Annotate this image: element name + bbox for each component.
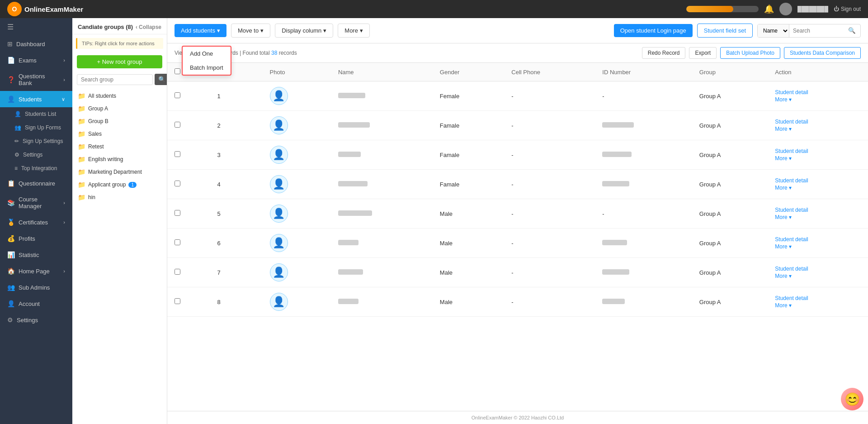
- open-login-page-button[interactable]: Open student Login page: [614, 24, 693, 37]
- bell-icon[interactable]: 🔔: [764, 4, 774, 14]
- sidebar-item-sub-admins[interactable]: 👥 Sub Admins: [0, 279, 72, 295]
- row-checkbox[interactable]: [175, 92, 180, 98]
- cell-phone: -: [504, 140, 595, 170]
- list-item[interactable]: 📁 Applicant group 1: [72, 178, 167, 191]
- list-item[interactable]: 📁 Retest: [72, 140, 167, 153]
- list-item[interactable]: 📁 Group A: [72, 102, 167, 115]
- more-action-link[interactable]: More ▾: [775, 214, 792, 220]
- more-action-link[interactable]: More ▾: [775, 302, 792, 309]
- student-detail-link[interactable]: Student detail: [775, 295, 808, 301]
- student-detail-link[interactable]: Student detail: [775, 148, 808, 154]
- chevron-right-icon: ›: [63, 219, 65, 225]
- cell-group: Group A: [692, 229, 768, 258]
- sidebar-item-course-manager[interactable]: 📚 Course Manager ›: [0, 191, 72, 214]
- cell-action: Student detail More ▾: [768, 287, 868, 317]
- col-cell-phone: Cell Phone: [504, 63, 595, 81]
- sidebar-sub-item-students-list[interactable]: 👤 Students List: [0, 107, 72, 121]
- list-item[interactable]: 📁 hin: [72, 191, 167, 204]
- add-students-button[interactable]: Add students ▾: [175, 24, 226, 37]
- avatar: 👤: [270, 175, 288, 193]
- list-item[interactable]: 📁 Group B: [72, 115, 167, 128]
- sidebar-item-account[interactable]: 👤 Account: [0, 295, 72, 312]
- table-row: 2👤Famale-Group A Student detail More ▾: [167, 111, 868, 140]
- student-detail-link[interactable]: Student detail: [775, 236, 808, 243]
- more-action-link[interactable]: More ▾: [775, 96, 792, 103]
- group-search-input[interactable]: [77, 74, 153, 85]
- avatar: 👤: [270, 293, 288, 311]
- action-cell: Student detail More ▾: [775, 89, 861, 103]
- sidebar-item-settings[interactable]: ⚙ Settings: [0, 312, 72, 328]
- cell-group: Group A: [692, 258, 768, 287]
- sidebar-item-dashboard[interactable]: ⊞ Dashboard: [0, 36, 72, 52]
- search-box: Name 🔍: [757, 24, 861, 38]
- profits-icon: 💰: [7, 235, 15, 242]
- sign-out-button[interactable]: ⏻ Sign out: [834, 6, 861, 12]
- select-all-checkbox[interactable]: [175, 68, 180, 74]
- redo-record-button[interactable]: Redo Record: [642, 47, 686, 59]
- students-data-comparison-button[interactable]: Students Data Comparison: [784, 47, 861, 59]
- sidebar-item-home-page[interactable]: 🏠 Home Page ›: [0, 263, 72, 279]
- row-checkbox[interactable]: [175, 239, 180, 245]
- more-action-link[interactable]: More ▾: [775, 126, 792, 132]
- sidebar-item-exams[interactable]: 📄 Exams ›: [0, 52, 72, 68]
- sidebar-item-students[interactable]: 👤 Students ∨: [0, 91, 72, 107]
- row-checkbox[interactable]: [175, 269, 180, 275]
- sidebar-sub-item-sign-up-forms[interactable]: 👥 Sign Up Forms: [0, 121, 72, 134]
- groups-title: Candiate groups (8): [78, 24, 133, 30]
- search-input[interactable]: [789, 25, 844, 37]
- sidebar-item-questions-bank[interactable]: ❓ Questions Bank ›: [0, 68, 72, 91]
- display-column-button[interactable]: Display column ▾: [275, 24, 333, 38]
- cell-phone: -: [504, 287, 595, 317]
- more-action-link[interactable]: More ▾: [775, 185, 792, 191]
- sidebar-item-questionnaire[interactable]: 📋 Questionnaire: [0, 175, 72, 191]
- sidebar-sub-item-settings[interactable]: ⚙ Settings: [0, 148, 72, 162]
- list-item[interactable]: 📁 Sales: [72, 128, 167, 140]
- move-to-button[interactable]: Move to ▾: [231, 24, 270, 38]
- row-checkbox[interactable]: [175, 181, 180, 186]
- export-button[interactable]: Export: [689, 47, 717, 59]
- row-checkbox[interactable]: [175, 151, 180, 157]
- student-detail-link[interactable]: Student detail: [775, 177, 808, 184]
- student-detail-link[interactable]: Student detail: [775, 119, 808, 125]
- cell-group: Group A: [692, 287, 768, 317]
- cell-gender: Female: [433, 81, 504, 111]
- group-search-button[interactable]: 🔍: [155, 74, 167, 85]
- chevron-right-icon: ›: [63, 57, 65, 63]
- student-detail-link[interactable]: Student detail: [775, 207, 808, 213]
- list-item[interactable]: 📁 Engilsh writing: [72, 153, 167, 166]
- cell-no: 8: [210, 287, 263, 317]
- sidebar-item-certificates[interactable]: 🏅 Certificates ›: [0, 214, 72, 230]
- blurred-name: [338, 269, 363, 275]
- student-detail-link[interactable]: Student detail: [775, 89, 808, 95]
- table-header-row: NO. Photo Name Gender Cell Phone ID Numb…: [167, 63, 868, 81]
- list-item[interactable]: 📁 All students: [72, 90, 167, 102]
- sidebar-sub-item-sign-up-settings[interactable]: ✏ Sign Up Settings: [0, 134, 72, 148]
- more-action-link[interactable]: More ▾: [775, 243, 792, 250]
- batch-import-menu-item[interactable]: Batch Import: [183, 61, 231, 75]
- row-checkbox[interactable]: [175, 298, 180, 304]
- new-root-group-button[interactable]: + New root group: [77, 55, 162, 68]
- more-action-link[interactable]: More ▾: [775, 273, 792, 279]
- collapse-button[interactable]: ‹ Collapse: [136, 24, 161, 30]
- more-action-link[interactable]: More ▾: [775, 155, 792, 162]
- student-detail-link[interactable]: Student detail: [775, 266, 808, 272]
- student-field-set-button[interactable]: Student field set: [697, 24, 753, 38]
- search-button[interactable]: 🔍: [844, 24, 860, 37]
- chat-avatar[interactable]: 😊: [841, 388, 863, 410]
- search-type-select[interactable]: Name: [758, 24, 789, 37]
- table-row: 4👤Famale-Group A Student detail More ▾: [167, 170, 868, 199]
- sub-item-label: Settings: [23, 152, 42, 158]
- row-checkbox[interactable]: [175, 210, 180, 216]
- add-one-menu-item[interactable]: Add One: [183, 47, 231, 61]
- row-checkbox[interactable]: [175, 122, 180, 128]
- more-button[interactable]: More ▾: [338, 24, 370, 38]
- students-table-container: NO. Photo Name Gender Cell Phone ID Numb…: [167, 63, 868, 411]
- list-item[interactable]: 📁 Marketing Department: [72, 166, 167, 178]
- action-cell: Student detail More ▾: [775, 148, 861, 162]
- sidebar-sub-item-top-integration[interactable]: ≡ Top Integration: [0, 162, 72, 175]
- batch-upload-photo-button[interactable]: Batch Upload Photo: [720, 47, 780, 59]
- sidebar-item-profits[interactable]: 💰 Profits: [0, 230, 72, 247]
- sidebar-item-statistic[interactable]: 📊 Statistic: [0, 247, 72, 263]
- sidebar-item-label: Questionnaire: [19, 180, 55, 187]
- hamburger-icon[interactable]: ☰: [0, 18, 72, 36]
